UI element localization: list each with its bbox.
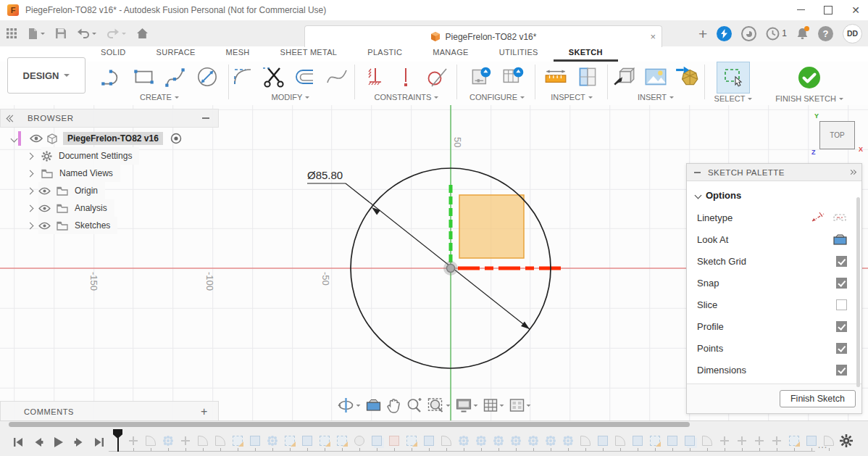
display-settings-button[interactable] [456, 398, 478, 413]
timeline-feature-extrude[interactable] [302, 436, 312, 446]
group-select-label[interactable]: SELECT [714, 94, 753, 103]
modify-break-tool[interactable] [324, 65, 350, 89]
palette-options-section[interactable]: Options [687, 186, 861, 207]
browser-item-origin[interactable]: Origin [0, 182, 219, 199]
expand-icon[interactable] [27, 170, 34, 177]
timeline-feature-combine[interactable] [372, 436, 382, 446]
browser-collapse-icon[interactable] [7, 116, 15, 121]
home-button[interactable] [136, 28, 149, 39]
save-button[interactable] [55, 28, 67, 39]
notifications-button[interactable] [796, 27, 809, 40]
palette-collapse-button[interactable] [694, 172, 701, 173]
browser-root-label[interactable]: PiegeFrelon-TO82 v16 [63, 132, 163, 145]
tab-surface[interactable]: SURFACE [141, 48, 211, 62]
orbit-caret-icon[interactable] [356, 405, 361, 407]
maximize-button[interactable] [816, 0, 840, 20]
dimension-value[interactable]: Ø85.80 [307, 169, 343, 181]
timeline-feature-move[interactable] [754, 436, 764, 446]
grid-caret-icon[interactable] [500, 405, 504, 407]
browser-item-analysis[interactable]: Analysis [0, 199, 219, 217]
timeline-feature-pattern[interactable] [528, 436, 538, 446]
modify-offset-tool[interactable] [292, 65, 318, 89]
tab-solid[interactable]: SOLID [85, 48, 141, 62]
view-cube[interactable]: TOP Y Z X [819, 121, 855, 149]
modify-trim-tool[interactable] [262, 65, 286, 89]
constraint-tangent-tool[interactable] [424, 65, 450, 89]
timeline-feature-move[interactable] [737, 436, 747, 446]
eye-icon[interactable] [30, 134, 43, 143]
centerline-linetype-icon[interactable] [832, 212, 847, 223]
timeline-feature-fillet[interactable] [580, 436, 591, 446]
group-constraints-label[interactable]: CONSTRAINTS [375, 93, 439, 101]
undo-button[interactable] [77, 28, 96, 38]
browser-minimize-button[interactable] [202, 117, 209, 119]
document-tab-close-icon[interactable]: × [650, 31, 656, 42]
profile-checkbox[interactable] [836, 321, 847, 332]
timeline-feature-extrude[interactable] [806, 436, 817, 446]
tab-sketch[interactable]: SKETCH [554, 48, 618, 62]
timeline-feature-fillet[interactable] [198, 436, 208, 446]
timeline-feature-sketch[interactable] [233, 436, 243, 446]
orbit-button[interactable] [338, 397, 361, 413]
tab-plastic[interactable]: PLASTIC [352, 48, 417, 62]
pan-button[interactable] [387, 398, 401, 413]
zoom-window-button[interactable] [427, 397, 451, 413]
tab-sheet-metal[interactable]: SHEET METAL [265, 48, 353, 62]
help-button[interactable]: ? [818, 26, 833, 41]
select-tool-active[interactable] [717, 62, 750, 94]
timeline-feature-sketch[interactable] [285, 436, 295, 446]
timeline-feature-fillet[interactable] [441, 436, 451, 446]
timeline-feature-move[interactable] [180, 436, 191, 446]
expand-icon[interactable] [27, 152, 34, 159]
workspace-selector[interactable]: DESIGN [7, 57, 85, 94]
finish-sketch-button[interactable] [796, 65, 822, 91]
grid-snap-button[interactable] [483, 398, 504, 413]
timeline-feature-pattern[interactable] [546, 436, 556, 446]
configure-feature-tool[interactable] [468, 64, 494, 90]
zoom-button[interactable] [406, 397, 422, 413]
palette-dock-icon[interactable] [849, 170, 856, 174]
look-at-icon[interactable] [833, 234, 847, 245]
timeline-feature-extrude[interactable] [633, 436, 643, 446]
expand-icon[interactable] [27, 222, 34, 229]
insert-mesh-tool[interactable] [675, 64, 701, 90]
redo-button[interactable] [107, 28, 126, 38]
look-at-button[interactable] [366, 399, 382, 412]
viewports-button[interactable] [509, 398, 531, 413]
tab-utilities[interactable]: UTILITIES [484, 48, 554, 62]
timeline-feature-pattern[interactable] [563, 436, 573, 446]
configure-table-tool[interactable] [500, 64, 526, 90]
tab-mesh[interactable]: MESH [211, 48, 265, 62]
go-to-start-button[interactable] [10, 434, 26, 450]
timeline-feature-sketch[interactable] [337, 436, 347, 446]
display-caret-icon[interactable] [474, 405, 478, 407]
timeline-feature-extrude[interactable] [424, 436, 434, 446]
go-to-end-button[interactable] [91, 434, 107, 450]
browser-item-named-views[interactable]: Named Views [0, 165, 219, 182]
timeline-feature-pattern[interactable] [163, 436, 173, 446]
add-comment-button[interactable]: + [201, 405, 208, 418]
extensions-button[interactable] [741, 26, 756, 41]
browser-item-sketches[interactable]: Sketches [0, 217, 219, 234]
group-configure-label[interactable]: CONFIGURE [470, 93, 525, 101]
group-create-label[interactable]: CREATE [140, 93, 179, 101]
finish-sketch-button[interactable]: Finish Sketch [780, 390, 856, 407]
timeline-feature-boxred[interactable] [389, 436, 399, 446]
close-button[interactable]: ✕ [843, 0, 868, 20]
timeline-feature-pattern[interactable] [511, 436, 521, 446]
timeline-scroll-track[interactable] [0, 421, 868, 428]
timeline-feature-pattern[interactable] [476, 436, 486, 446]
timeline-feature-sketch[interactable] [789, 436, 799, 446]
timeline-feature-fillet[interactable] [615, 436, 625, 446]
timeline-scrollbar-thumb[interactable] [9, 422, 690, 427]
comments-panel[interactable]: COMMENTS + [0, 401, 219, 422]
minimize-button[interactable] [788, 0, 813, 20]
insert-derive-tool[interactable] [611, 64, 637, 90]
timeline-feature-fillet[interactable] [215, 436, 225, 446]
points-checkbox[interactable] [836, 343, 847, 354]
step-back-button[interactable] [30, 434, 46, 450]
timeline-feature-combine[interactable] [685, 436, 695, 446]
timeline-feature-pattern[interactable] [493, 436, 504, 446]
sketch-grid-checkbox[interactable] [836, 256, 847, 267]
zoom-window-caret-icon[interactable] [446, 405, 451, 407]
